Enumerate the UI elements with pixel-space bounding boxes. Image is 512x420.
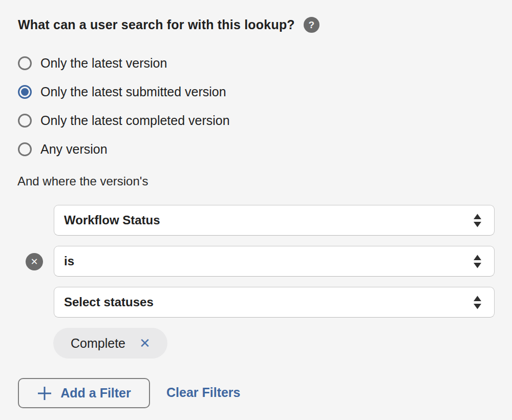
filter-operator-value: is — [64, 254, 74, 268]
radio-option-label: Only the latest submitted version — [40, 85, 226, 99]
radio-option-latest-submitted-version[interactable]: Only the latest submitted version — [18, 77, 230, 106]
add-filter-button[interactable]: Add a Filter — [18, 378, 150, 408]
version-radio-group: Only the latest version Only the latest … — [18, 49, 230, 163]
question-label: What can a user search for with this loo… — [18, 17, 295, 32]
question-header: What can a user search for with this loo… — [18, 17, 319, 33]
remove-filter-button[interactable]: ✕ — [26, 253, 43, 270]
radio-option-label: Any version — [40, 142, 108, 157]
radio-unchecked-icon[interactable] — [18, 56, 32, 70]
add-filter-label: Add a Filter — [60, 386, 131, 401]
radio-option-latest-version[interactable]: Only the latest version — [18, 49, 230, 77]
help-icon[interactable]: ? — [304, 17, 319, 33]
select-updown-icon — [473, 255, 482, 268]
select-updown-icon — [473, 296, 482, 309]
lookup-search-settings-panel: What can a user search for with this loo… — [0, 0, 512, 420]
close-icon: ✕ — [30, 257, 38, 266]
chip-label: Complete — [71, 336, 125, 351]
radio-option-any-version[interactable]: Any version — [18, 135, 230, 163]
filter-intro-text: And where the version's — [17, 174, 148, 188]
filter-field-select[interactable]: Workflow Status — [54, 205, 495, 236]
filter-statuses-select[interactable]: Select statuses — [54, 287, 495, 318]
select-updown-icon — [473, 214, 482, 227]
radio-option-latest-completed-version[interactable]: Only the latest completed version — [18, 106, 230, 135]
chip-remove-icon[interactable]: ✕ — [139, 337, 151, 350]
filter-field-value: Workflow Status — [64, 213, 160, 227]
radio-unchecked-icon[interactable] — [18, 142, 32, 156]
filter-operator-select[interactable]: is — [54, 246, 495, 277]
plus-icon — [37, 386, 52, 401]
radio-checked-icon[interactable] — [18, 85, 32, 99]
radio-unchecked-icon[interactable] — [18, 114, 32, 128]
radio-option-label: Only the latest version — [40, 56, 167, 71]
radio-option-label: Only the latest completed version — [40, 113, 230, 128]
status-chip-complete: Complete ✕ — [53, 328, 167, 359]
filter-statuses-placeholder: Select statuses — [64, 295, 154, 309]
clear-filters-link[interactable]: Clear Filters — [166, 385, 241, 400]
